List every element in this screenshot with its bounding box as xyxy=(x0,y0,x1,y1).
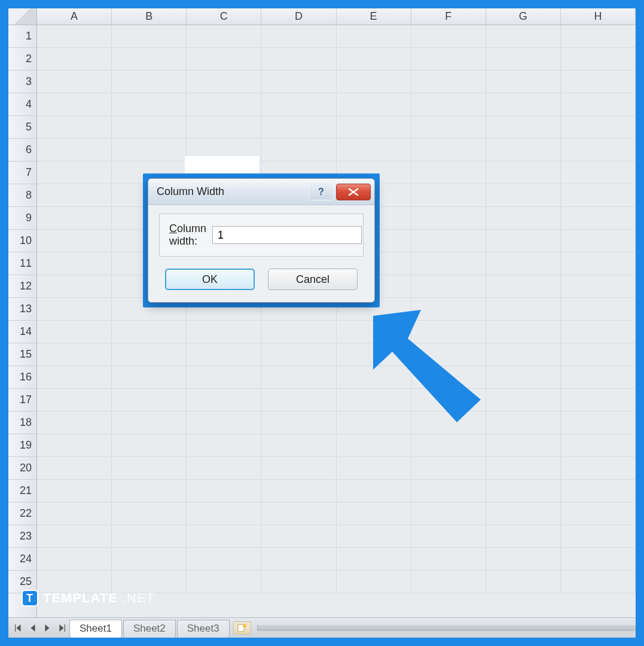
cell[interactable] xyxy=(411,480,486,502)
row-header[interactable]: 21 xyxy=(8,480,36,502)
cell[interactable] xyxy=(337,139,411,162)
cell[interactable] xyxy=(187,412,261,434)
cell[interactable] xyxy=(411,116,486,139)
cell[interactable] xyxy=(561,93,636,116)
cell[interactable] xyxy=(261,71,336,93)
cell[interactable] xyxy=(561,139,636,162)
row-header[interactable]: 11 xyxy=(8,252,36,275)
cell[interactable] xyxy=(37,71,112,93)
tab-nav-last-icon[interactable] xyxy=(55,621,68,635)
cell[interactable] xyxy=(561,252,636,275)
cell[interactable] xyxy=(411,548,486,571)
row-header[interactable]: 20 xyxy=(8,457,36,480)
cell[interactable] xyxy=(187,93,261,116)
select-all-corner[interactable] xyxy=(8,8,37,25)
cell[interactable] xyxy=(337,571,411,593)
cell[interactable] xyxy=(37,275,112,298)
cell[interactable] xyxy=(411,275,486,298)
cell[interactable] xyxy=(486,502,561,525)
cell[interactable] xyxy=(411,207,486,230)
cell[interactable] xyxy=(486,25,561,48)
cell[interactable] xyxy=(337,116,411,139)
row-header[interactable]: 18 xyxy=(8,412,36,434)
cell[interactable] xyxy=(187,25,261,48)
cell[interactable] xyxy=(37,366,112,389)
cell[interactable] xyxy=(112,25,187,48)
cell[interactable] xyxy=(187,366,261,389)
cell[interactable] xyxy=(37,116,112,139)
cell[interactable] xyxy=(486,93,561,116)
cell[interactable] xyxy=(261,389,336,412)
new-sheet-icon[interactable] xyxy=(233,621,251,635)
cell-area[interactable] xyxy=(37,25,636,617)
cell[interactable] xyxy=(37,525,112,548)
row-header[interactable]: 10 xyxy=(8,230,36,252)
cell[interactable] xyxy=(261,93,336,116)
cell[interactable] xyxy=(561,548,636,571)
row-header[interactable]: 2 xyxy=(8,48,36,71)
col-header-G[interactable]: G xyxy=(486,8,561,25)
cell[interactable] xyxy=(37,502,112,525)
row-header[interactable]: 6 xyxy=(8,139,36,162)
cell[interactable] xyxy=(112,412,187,434)
dialog-titlebar[interactable]: Column Width ? xyxy=(148,179,374,205)
cell[interactable] xyxy=(337,25,411,48)
cell[interactable] xyxy=(261,343,336,366)
cell[interactable] xyxy=(261,48,336,71)
row-header[interactable]: 3 xyxy=(8,71,36,93)
cell[interactable] xyxy=(112,71,187,93)
cell[interactable] xyxy=(486,275,561,298)
cell[interactable] xyxy=(411,571,486,593)
cell[interactable] xyxy=(486,230,561,252)
cell[interactable] xyxy=(411,71,486,93)
sheet-tab[interactable]: Sheet3 xyxy=(177,620,230,638)
sheet-tab-active[interactable]: Sheet1 xyxy=(69,620,122,638)
cell[interactable] xyxy=(187,116,261,139)
cell[interactable] xyxy=(561,412,636,434)
row-header[interactable]: 5 xyxy=(8,116,36,139)
column-width-input[interactable] xyxy=(212,226,362,244)
cell[interactable] xyxy=(261,457,336,480)
tab-nav-next-icon[interactable] xyxy=(41,621,54,635)
cell[interactable] xyxy=(37,207,112,230)
cell[interactable] xyxy=(261,25,336,48)
cell[interactable] xyxy=(112,480,187,502)
cell[interactable] xyxy=(187,480,261,502)
cell[interactable] xyxy=(261,321,336,343)
tab-scroll-divider[interactable] xyxy=(257,625,636,631)
row-header[interactable]: 17 xyxy=(8,389,36,412)
cell[interactable] xyxy=(37,25,112,48)
cell[interactable] xyxy=(261,571,336,593)
cell[interactable] xyxy=(37,48,112,71)
row-header[interactable]: 22 xyxy=(8,502,36,525)
cell[interactable] xyxy=(187,71,261,93)
cell[interactable] xyxy=(561,457,636,480)
cell[interactable] xyxy=(411,162,486,184)
cell[interactable] xyxy=(411,502,486,525)
cell[interactable] xyxy=(486,207,561,230)
row-header[interactable]: 15 xyxy=(8,343,36,366)
cell[interactable] xyxy=(561,298,636,321)
cell[interactable] xyxy=(561,116,636,139)
cell[interactable] xyxy=(561,25,636,48)
cell[interactable] xyxy=(112,343,187,366)
cell[interactable] xyxy=(411,93,486,116)
row-header[interactable]: 24 xyxy=(8,548,36,571)
cell[interactable] xyxy=(37,139,112,162)
help-button[interactable]: ? xyxy=(309,184,334,200)
col-header-H[interactable]: H xyxy=(561,8,636,25)
cell[interactable] xyxy=(486,571,561,593)
cell[interactable] xyxy=(261,502,336,525)
cell[interactable] xyxy=(37,184,112,207)
cell[interactable] xyxy=(561,275,636,298)
cell[interactable] xyxy=(411,434,486,457)
row-header[interactable]: 13 xyxy=(8,298,36,321)
cell[interactable] xyxy=(486,116,561,139)
row-header[interactable]: 8 xyxy=(8,184,36,207)
cell[interactable] xyxy=(37,321,112,343)
cell[interactable] xyxy=(112,525,187,548)
cell[interactable] xyxy=(112,48,187,71)
cell[interactable] xyxy=(187,434,261,457)
row-header[interactable]: 14 xyxy=(8,321,36,343)
sheet-tab[interactable]: Sheet2 xyxy=(123,620,176,638)
